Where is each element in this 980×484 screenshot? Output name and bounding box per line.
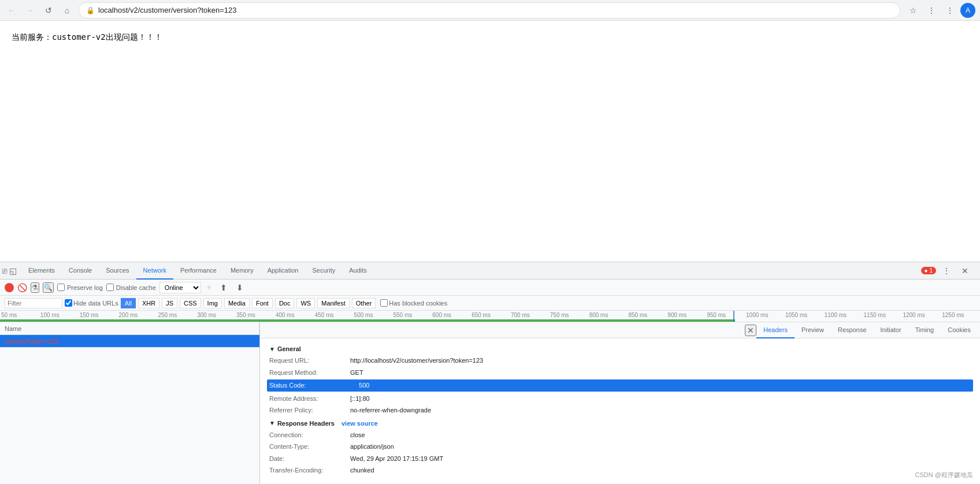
- preserve-log-label[interactable]: Preserve log: [57, 284, 103, 291]
- status-code-value: 500: [350, 381, 369, 390]
- referrer-policy-key: Referrer Policy:: [269, 405, 350, 415]
- filter-icon-button[interactable]: ⚗: [31, 282, 39, 293]
- view-source-link[interactable]: view source: [341, 420, 378, 427]
- details-content: ▼ General Request URL: http://localhost/…: [260, 338, 980, 484]
- hide-data-urls-checkbox[interactable]: [65, 299, 72, 307]
- tab-performance[interactable]: Performance: [173, 262, 224, 280]
- date-key: Date:: [269, 454, 350, 464]
- devtools-tabs-bar: ⎚ ◱ Elements Console Sources Network Per…: [0, 262, 980, 280]
- filter-js-button[interactable]: JS: [162, 298, 177, 308]
- details-tab-cookies[interactable]: Cookies: [941, 322, 978, 338]
- devtools-close-area: ● 1 ⋮ ✕: [921, 263, 978, 279]
- request-row[interactable]: version?token=123: [0, 335, 259, 348]
- import-button[interactable]: ⬆: [217, 281, 230, 294]
- settings-button[interactable]: ⋮: [942, 2, 958, 18]
- has-blocked-cookies-label[interactable]: Has blocked cookies: [380, 299, 447, 307]
- toolbar-actions: ☆ ⋮ ⋮ A: [905, 2, 975, 18]
- tab-security[interactable]: Security: [305, 262, 342, 280]
- filter-ws-button[interactable]: WS: [296, 298, 315, 308]
- details-tab-timing[interactable]: Timing: [908, 322, 941, 338]
- filter-img-button[interactable]: Img: [203, 298, 222, 308]
- content-type-value: application/json: [350, 442, 394, 452]
- referrer-policy-value: no-referrer-when-downgrade: [350, 405, 431, 415]
- request-method-key: Request Method:: [269, 368, 350, 378]
- timeline-label: 500 ms: [353, 312, 392, 318]
- star-button[interactable]: ☆: [905, 2, 921, 18]
- request-method-value: GET: [350, 368, 363, 378]
- page-message: 当前服务：customer-v2出现问题！！！: [12, 32, 162, 42]
- filter-all-button[interactable]: All: [121, 298, 136, 308]
- filter-input[interactable]: [5, 298, 62, 308]
- status-dot: [350, 383, 355, 388]
- hide-data-urls-label[interactable]: Hide data URLs: [65, 299, 118, 307]
- devtools-undock-icon[interactable]: ◱: [9, 266, 17, 275]
- tab-memory[interactable]: Memory: [224, 262, 261, 280]
- tab-console[interactable]: Console: [62, 262, 99, 280]
- timeline-label: 350 ms: [235, 312, 274, 318]
- response-headers-section-title[interactable]: ▼ Response Headers view source: [269, 420, 971, 427]
- timeline-labels: 50 ms100 ms150 ms200 ms250 ms300 ms350 m…: [0, 312, 980, 318]
- has-blocked-cookies-checkbox[interactable]: [380, 299, 388, 307]
- date-value: Wed, 29 Apr 2020 17:15:19 GMT: [350, 454, 443, 464]
- lock-icon: 🔒: [86, 6, 95, 14]
- back-button[interactable]: ←: [5, 3, 18, 17]
- disable-cache-label[interactable]: Disable cache: [106, 284, 156, 291]
- tab-audits[interactable]: Audits: [342, 262, 374, 280]
- profile-button[interactable]: A: [960, 3, 975, 18]
- timeline-label: 400 ms: [274, 312, 314, 318]
- extensions-button[interactable]: ⋮: [923, 2, 940, 18]
- preserve-log-checkbox[interactable]: [57, 284, 65, 291]
- timeline-label: 550 ms: [392, 312, 431, 318]
- devtools-panel: ⎚ ◱ Elements Console Sources Network Per…: [0, 262, 980, 484]
- export-button[interactable]: ⬇: [233, 281, 246, 294]
- filter-xhr-button[interactable]: XHR: [138, 298, 159, 308]
- clear-button[interactable]: 🚫: [17, 283, 27, 292]
- request-url-value: http://localhost/v2/customer/version?tok…: [350, 356, 483, 366]
- timeline-label: 1150 ms: [863, 312, 902, 318]
- filter-css-button[interactable]: CSS: [180, 298, 201, 308]
- devtools-more-button[interactable]: ⋮: [938, 263, 955, 279]
- request-list: Name version?token=123: [0, 322, 260, 484]
- timeline-label: 300 ms: [196, 312, 235, 318]
- details-close-button[interactable]: ✕: [745, 325, 756, 336]
- timeline-label: 50 ms: [0, 312, 39, 318]
- tab-sources[interactable]: Sources: [99, 262, 136, 280]
- tab-application[interactable]: Application: [261, 262, 306, 280]
- request-method-row: Request Method: GET: [269, 368, 971, 378]
- timeline-label: 1100 ms: [823, 312, 863, 318]
- home-button[interactable]: ⌂: [60, 3, 74, 17]
- timeline-label: 950 ms: [706, 312, 745, 318]
- details-tab-response[interactable]: Response: [831, 322, 874, 338]
- filter-doc-button[interactable]: Doc: [275, 298, 295, 308]
- request-name-cell: version?token=123: [0, 338, 259, 345]
- forward-button[interactable]: →: [23, 3, 37, 17]
- search-button[interactable]: 🔍: [43, 282, 54, 293]
- filter-media-button[interactable]: Media: [224, 298, 250, 308]
- tab-elements[interactable]: Elements: [21, 262, 62, 280]
- filter-font-button[interactable]: Font: [252, 298, 273, 308]
- timeline-marker: [733, 311, 734, 322]
- details-tab-initiator[interactable]: Initiator: [874, 322, 908, 338]
- filter-other-button[interactable]: Other: [352, 298, 376, 308]
- devtools-close-button[interactable]: ✕: [957, 263, 973, 279]
- throttle-select[interactable]: Online Offline Slow 3G Fast 3G: [159, 282, 201, 293]
- devtools-toggle-icon[interactable]: ⎚: [2, 266, 7, 275]
- tab-network[interactable]: Network: [136, 262, 173, 280]
- disable-cache-checkbox[interactable]: [106, 284, 114, 291]
- general-section-title[interactable]: ▼ General: [269, 345, 971, 352]
- timeline-label: 650 ms: [470, 312, 510, 318]
- details-tabs-bar: ✕ Headers Preview Response Initiator Tim…: [260, 322, 980, 338]
- name-column-header: Name: [0, 322, 259, 334]
- timeline-label: 700 ms: [510, 312, 549, 318]
- response-headers-arrow-icon: ▼: [269, 420, 275, 426]
- details-tab-headers[interactable]: Headers: [756, 322, 795, 338]
- details-tab-preview[interactable]: Preview: [795, 322, 831, 338]
- reload-button[interactable]: ↺: [42, 3, 55, 17]
- timeline-label: 1050 ms: [784, 312, 823, 318]
- transfer-encoding-key: Transfer-Encoding:: [269, 466, 350, 475]
- record-button[interactable]: [5, 283, 14, 292]
- filter-manifest-button[interactable]: Manifest: [317, 298, 350, 308]
- url-text: localhost/v2/customer/version?token=123: [98, 6, 237, 14]
- status-code-row: Status Code: 500: [267, 379, 973, 392]
- request-url-row: Request URL: http://localhost/v2/custome…: [269, 356, 971, 366]
